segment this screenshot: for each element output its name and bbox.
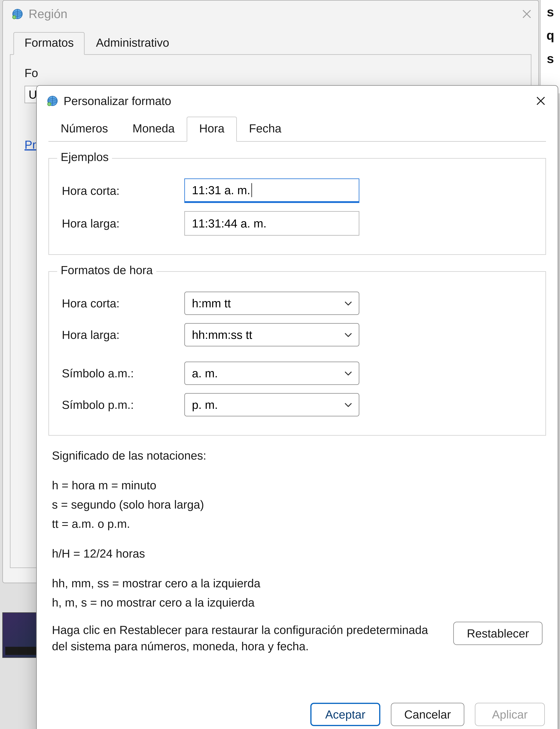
examples-group: Ejemplos Hora corta: 11:31 a. m. Hora la… [48, 158, 546, 255]
chevron-down-icon [344, 400, 353, 409]
long-time-example-label: Hora larga: [62, 217, 184, 230]
long-time-example[interactable]: 11:31:44 a. m. [184, 211, 359, 236]
chevron-down-icon [344, 299, 353, 308]
pm-symbol-label: Símbolo p.m.: [62, 398, 184, 411]
short-time-format-combo[interactable]: h:mm tt [184, 292, 359, 315]
close-icon[interactable] [520, 7, 534, 21]
reset-button[interactable]: Restablecer [453, 622, 543, 645]
customize-window: Personalizar formato Números Moneda Hora… [36, 85, 558, 729]
tab-fecha[interactable]: Fecha [237, 117, 294, 142]
am-symbol-combo[interactable]: a. m. [184, 362, 359, 385]
svg-point-2 [13, 15, 16, 19]
time-formats-group: Formatos de hora Hora corta: h:mm tt Hor… [48, 271, 546, 436]
text-caret [251, 183, 252, 197]
globe-icon [11, 7, 24, 20]
short-time-example[interactable]: 11:31 a. m. [184, 179, 359, 203]
ok-button[interactable]: Aceptar [310, 703, 380, 726]
svg-point-5 [48, 102, 51, 106]
chevron-down-icon [344, 330, 353, 340]
customize-title: Personalizar formato [64, 94, 171, 108]
chevron-down-icon [344, 368, 353, 378]
time-formats-legend: Formatos de hora [57, 264, 156, 277]
region-title: Región [29, 7, 67, 21]
background-peek: s q s [540, 0, 560, 93]
customize-titlebar[interactable]: Personalizar formato [37, 86, 558, 116]
short-time-format-label: Hora corta: [62, 297, 184, 310]
region-tabs: Formatos Administrativo [10, 32, 531, 55]
dialog-footer: Aceptar Cancelar Aplicar [37, 693, 558, 729]
notation-heading: Significado de las notaciones: [52, 447, 543, 464]
am-symbol-label: Símbolo a.m.: [62, 366, 184, 380]
examples-legend: Ejemplos [57, 151, 112, 164]
preferences-link-fragment[interactable]: Pr [25, 138, 36, 152]
tab-numeros[interactable]: Números [48, 117, 120, 142]
close-icon[interactable] [527, 90, 554, 112]
tab-hora[interactable]: Hora [187, 117, 237, 142]
taskbar-thumbnail[interactable] [2, 612, 40, 658]
reset-hint: Haga clic en Restablecer para restaurar … [52, 622, 439, 654]
customize-tabs: Números Moneda Hora Fecha [48, 116, 546, 142]
long-time-format-label: Hora larga: [62, 328, 184, 342]
tab-administrativo[interactable]: Administrativo [85, 32, 180, 55]
tab-moneda[interactable]: Moneda [120, 117, 187, 142]
region-titlebar[interactable]: Región [3, 1, 538, 27]
globe-icon [46, 95, 59, 107]
pm-symbol-combo[interactable]: p. m. [184, 393, 359, 416]
notation-meaning: Significado de las notaciones: h = hora … [52, 447, 543, 611]
short-time-example-label: Hora corta: [62, 184, 184, 198]
format-label-fragment: Fo [25, 67, 517, 80]
long-time-format-combo[interactable]: hh:mm:ss tt [184, 323, 359, 347]
tab-formatos[interactable]: Formatos [13, 32, 85, 55]
cancel-button[interactable]: Cancelar [391, 703, 464, 726]
apply-button[interactable]: Aplicar [475, 703, 545, 726]
